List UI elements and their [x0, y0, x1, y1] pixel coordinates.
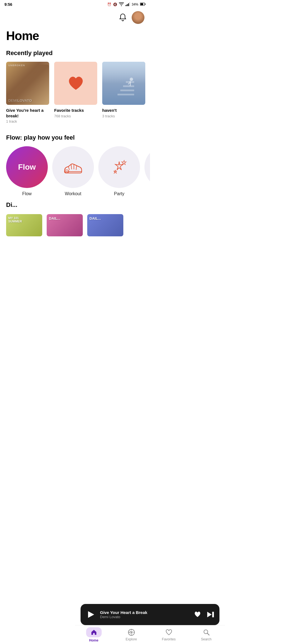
header [0, 9, 150, 26]
flow-label-workout: Workout [65, 191, 81, 196]
avatar[interactable] [132, 11, 144, 24]
mute-icon: 🔇 [113, 3, 117, 6]
flow-bubbles-list: Flow Flow Workout [0, 146, 150, 199]
partial-card-2[interactable]: DAIL... [47, 214, 83, 236]
recently-played-list: UNBROKEN DEMILOVATO Give You're heart a … [0, 62, 150, 126]
battery-icon [140, 3, 146, 7]
status-icons: ⏰ 🔇 34% [107, 2, 146, 7]
flow-section: Flow: play how you feel Flow Flow [0, 134, 150, 199]
flow-label-party: Party [114, 191, 124, 196]
recently-played-title: Recently played [0, 49, 150, 62]
battery-text: 34% [132, 3, 138, 6]
svg-rect-0 [126, 5, 126, 6]
flow-circle-main: Flow [6, 146, 48, 188]
track-title: haven't [102, 108, 145, 113]
track-subtitle: 768 tracks [54, 114, 97, 118]
svg-rect-9 [123, 85, 134, 87]
partial-cards: MY 101SUMMER DAIL... DAIL... [0, 214, 150, 236]
track-title: Favorite tracks [54, 108, 97, 113]
track-card-favorites[interactable]: Favorite tracks 768 tracks [54, 62, 97, 123]
flow-section-title: Flow: play how you feel [0, 134, 150, 146]
svg-rect-3 [129, 2, 130, 6]
svg-rect-6 [141, 3, 143, 5]
partial-section-title: Di... [0, 199, 150, 209]
track-card-havent[interactable]: haven't 3 tracks [102, 62, 145, 123]
alarm-icon: ⏰ [107, 3, 111, 6]
page-title: Home [0, 26, 150, 49]
svg-rect-2 [128, 3, 129, 6]
svg-rect-1 [127, 4, 128, 6]
bell-icon[interactable] [118, 13, 127, 22]
flow-circle-label: Flow [18, 163, 36, 172]
flow-circle-chill [144, 146, 150, 188]
flow-label-flow: Flow [22, 191, 32, 196]
flow-item-workout[interactable]: Workout [52, 146, 94, 196]
wifi-icon [119, 2, 124, 7]
status-time: 9:56 [4, 2, 12, 7]
partial-card-3[interactable]: DAIL... [87, 214, 123, 236]
flow-circle-party [98, 146, 140, 188]
flow-item-flow[interactable]: Flow Flow [6, 146, 48, 196]
signal-icon [126, 2, 130, 7]
svg-rect-5 [145, 3, 146, 5]
track-subtitle: 3 tracks [102, 114, 145, 118]
track-subtitle: 1 track [6, 119, 49, 123]
svg-rect-8 [120, 90, 134, 91]
flow-circle-workout [52, 146, 94, 188]
status-bar: 9:56 ⏰ 🔇 34% [0, 0, 150, 9]
track-title: Give You're heart a break! [6, 108, 49, 118]
flow-item-chill[interactable]: Ch... [144, 146, 150, 196]
svg-rect-7 [118, 94, 134, 95]
track-card-demi[interactable]: UNBROKEN DEMILOVATO Give You're heart a … [6, 62, 49, 123]
partial-card-1[interactable]: MY 101SUMMER [6, 214, 42, 236]
flow-item-party[interactable]: Party [98, 146, 140, 196]
